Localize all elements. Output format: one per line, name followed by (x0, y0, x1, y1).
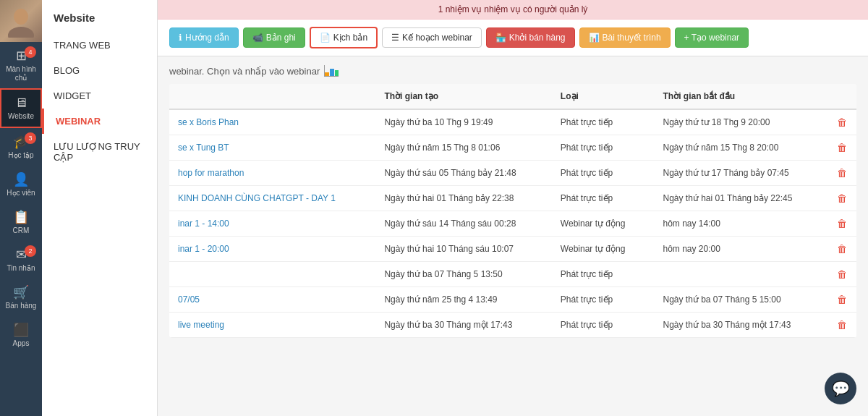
cell-type-6: Phát trực tiếp (552, 262, 655, 287)
cell-start-4: hôm nay 14:00 (654, 211, 827, 237)
sidebar-item-website[interactable]: 🖥 Website (0, 88, 42, 128)
table-row: inar 1 - 20:00 Ngày thứ hai 10 Tháng sáu… (169, 237, 856, 262)
cell-type-7: Phát trực tiếp (552, 287, 655, 313)
cell-name-8[interactable]: live meeting (169, 313, 375, 338)
sidebar-item-man-hinh-chu[interactable]: 4 ⊞ Màn hình chủ (0, 42, 42, 88)
webinar-link-4[interactable]: inar 1 - 14:00 (178, 218, 229, 229)
sidebar-item-ban-hang[interactable]: 🛒 Bán hàng (0, 279, 42, 316)
chat-bubble[interactable]: 💬 (825, 373, 856, 404)
webinar-link-0[interactable]: se x Boris Phan (178, 117, 239, 127)
badge-man-hinh-chu: 4 (25, 46, 36, 58)
table-row: 07/05 Ngày thứ năm 25 thg 4 13:49 Phát t… (169, 287, 856, 313)
content-area: webinar. Chọn và nhấp vào webinar Thời g… (158, 56, 868, 416)
taowebinar-button[interactable]: + Tạo webinar (675, 27, 749, 48)
avatar (0, 0, 42, 42)
delete-button-7[interactable]: 🗑 (837, 294, 847, 305)
delete-button-8[interactable]: 🗑 (837, 319, 847, 331)
cell-action-2: 🗑 (827, 161, 856, 186)
table-row: live meeting Ngày thứ ba 30 Tháng một 17… (169, 313, 856, 338)
cell-name-6[interactable] (169, 262, 375, 287)
sidebar-item-hoc-tap[interactable]: 3 🎓 Học tập (0, 128, 42, 166)
cell-type-3: Phát trực tiếp (552, 186, 655, 211)
webinar-link-3[interactable]: KINH DOANH CÙNG CHATGPT - DAY 1 (178, 193, 336, 203)
sidebar-item-apps[interactable]: ⬛ Apps (0, 316, 42, 354)
sidebar-label-hoc-vien: Học viên (7, 189, 35, 198)
cell-name-4[interactable]: inar 1 - 14:00 (169, 211, 375, 237)
cell-name-3[interactable]: KINH DOANH CÙNG CHATGPT - DAY 1 (169, 186, 375, 211)
delete-button-2[interactable]: 🗑 (837, 167, 847, 179)
banghi-button[interactable]: 📹 Bản ghi (243, 27, 305, 48)
info-icon: ℹ (179, 33, 182, 43)
cell-type-0: Phát trực tiếp (552, 109, 655, 135)
cell-action-5: 🗑 (827, 237, 856, 262)
sidebar-item-tin-nhan[interactable]: 2 ✉ Tin nhắn (0, 241, 42, 279)
cart-icon: 🛒 (13, 284, 29, 300)
delete-button-5[interactable]: 🗑 (837, 243, 847, 255)
cell-name-1[interactable]: se x Tung BT (169, 135, 375, 161)
webinar-link-2[interactable]: hop for marathon (178, 168, 244, 178)
sidebar-label-man-hinh-chu: Màn hình chủ (3, 65, 39, 82)
sidebar-item-crm[interactable]: 📋 CRM (0, 203, 42, 241)
col-header-name (169, 84, 375, 109)
cell-start-1: Ngày thứ năm 15 Thg 8 20:00 (654, 135, 827, 161)
delete-button-6[interactable]: 🗑 (837, 268, 847, 280)
kichban-button[interactable]: 📄 Kịch bản (310, 27, 378, 48)
huongdan-label: Hướng dẫn (185, 33, 229, 43)
sidebar-item-hoc-vien[interactable]: 👤 Học viên (0, 166, 42, 203)
cell-name-5[interactable]: inar 1 - 20:00 (169, 237, 375, 262)
col-header-type: Loại (552, 84, 655, 109)
nav-widget[interactable]: WIDGET (42, 83, 157, 109)
nav-trang-web[interactable]: TRANG WEB (42, 33, 157, 58)
sidebar-label-hoc-tap: Học tập (8, 151, 33, 160)
taowebinar-label: + Tạo webinar (684, 33, 740, 43)
khoibanhang-button[interactable]: 🏪 Khởi bán hàng (486, 27, 575, 48)
huongdan-button[interactable]: ℹ Hướng dẫn (169, 27, 239, 48)
nav-webinar[interactable]: WEBINAR (42, 109, 157, 134)
cell-type-8: Phát trực tiếp (552, 313, 655, 338)
sidebar-label-crm: CRM (13, 226, 30, 235)
cell-created-8: Ngày thứ ba 30 Tháng một 17:43 (375, 313, 551, 338)
top-notice: 1 nhiệm vụ nhiệm vụ có người quản lý (158, 0, 868, 20)
table-row: inar 1 - 14:00 Ngày thứ sáu 14 Tháng sáu… (169, 211, 856, 237)
nav-blog[interactable]: BLOG (42, 58, 157, 83)
content-description: webinar. Chọn và nhấp vào webinar (169, 65, 856, 77)
cell-name-2[interactable]: hop for marathon (169, 161, 375, 186)
banghi-label: Bản ghi (266, 33, 296, 43)
delete-button-1[interactable]: 🗑 (837, 142, 847, 153)
sidebar-label-ban-hang: Bán hàng (6, 302, 37, 310)
svg-point-1 (8, 27, 34, 38)
kichban-label: Kịch bản (333, 33, 367, 43)
webinar-table: Thời gian tạo Loại Thời gian bắt đầu se … (169, 84, 856, 338)
cell-action-6: 🗑 (827, 262, 856, 287)
table-row: hop for marathon Ngày thứ sáu 05 Tháng b… (169, 161, 856, 186)
cell-created-0: Ngày thứ ba 10 Thg 9 19:49 (375, 109, 551, 135)
webinar-link-1[interactable]: se x Tung BT (178, 143, 229, 153)
cell-action-1: 🗑 (827, 135, 856, 161)
secondary-nav-title: Website (42, 0, 157, 33)
nav-luu-luong[interactable]: LƯU LƯỢNG TRUY CẬP (42, 134, 157, 170)
monitor-icon: 🖥 (14, 95, 27, 111)
cell-name-0[interactable]: se x Boris Phan (169, 109, 375, 135)
table-row: KINH DOANH CÙNG CHATGPT - DAY 1 Ngày thứ… (169, 186, 856, 211)
main-content: 1 nhiệm vụ nhiệm vụ có người quản lý ℹ H… (158, 0, 868, 416)
cell-action-3: 🗑 (827, 186, 856, 211)
kehoach-button[interactable]: ☰ Kế hoạch webinar (382, 27, 482, 48)
toolbar: ℹ Hướng dẫn 📹 Bản ghi 📄 Kịch bản ☰ Kế ho… (158, 20, 868, 56)
khoibanhang-label: Khởi bán hàng (509, 33, 566, 43)
svg-point-0 (14, 9, 28, 25)
chart-icon (324, 65, 339, 77)
baithuyettrinh-button[interactable]: 📊 Bài thuyết trình (579, 27, 671, 48)
cell-start-7: Ngày thứ ba 07 Tháng 5 15:00 (654, 287, 827, 313)
webinar-link-7[interactable]: 07/05 (178, 294, 200, 305)
delete-button-4[interactable]: 🗑 (837, 218, 847, 229)
cell-type-2: Phát trực tiếp (552, 161, 655, 186)
sidebar-label-tin-nhan: Tin nhắn (7, 264, 35, 273)
webinar-link-5[interactable]: inar 1 - 20:00 (178, 244, 229, 254)
cell-name-7[interactable]: 07/05 (169, 287, 375, 313)
delete-button-0[interactable]: 🗑 (837, 116, 847, 128)
col-header-created: Thời gian tạo (375, 84, 551, 109)
col-header-start: Thời gian bắt đầu (654, 84, 827, 109)
delete-button-3[interactable]: 🗑 (837, 192, 847, 204)
webinar-link-8[interactable]: live meeting (178, 320, 224, 330)
cell-start-0: Ngày thứ tư 18 Thg 9 20:00 (654, 109, 827, 135)
